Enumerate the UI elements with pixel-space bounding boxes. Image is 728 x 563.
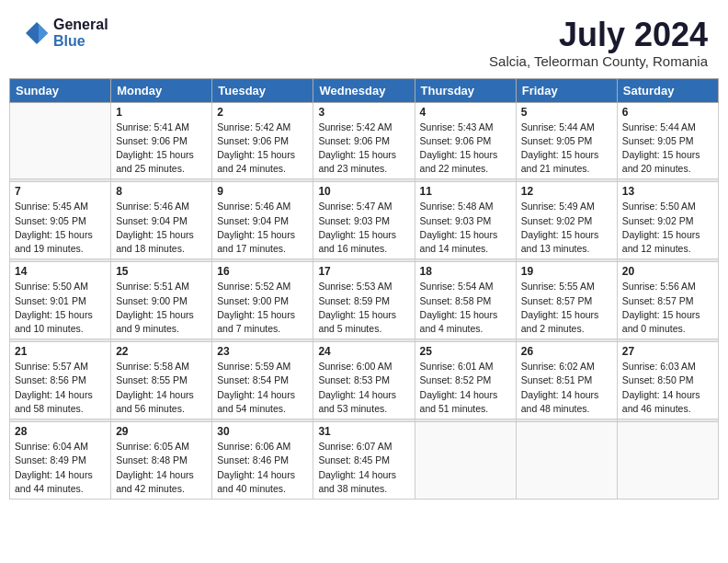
day-number: 19 — [521, 265, 612, 278]
day-number: 2 — [217, 106, 308, 119]
day-of-week-header: Wednesday — [313, 78, 415, 102]
day-info: Sunrise: 5:52 AM Sunset: 9:00 PM Dayligh… — [217, 280, 308, 336]
calendar-cell: 8Sunrise: 5:46 AM Sunset: 9:04 PM Daylig… — [111, 182, 212, 259]
day-info: Sunrise: 5:54 AM Sunset: 8:58 PM Dayligh… — [420, 280, 511, 336]
calendar-cell: 12Sunrise: 5:49 AM Sunset: 9:02 PM Dayli… — [516, 182, 617, 259]
day-info: Sunrise: 5:59 AM Sunset: 8:54 PM Dayligh… — [217, 360, 308, 416]
day-number: 17 — [318, 265, 409, 278]
calendar-cell: 2Sunrise: 5:42 AM Sunset: 9:06 PM Daylig… — [212, 102, 313, 179]
day-info: Sunrise: 5:49 AM Sunset: 9:02 PM Dayligh… — [521, 200, 612, 256]
day-info: Sunrise: 5:56 AM Sunset: 8:57 PM Dayligh… — [622, 280, 713, 336]
day-number: 24 — [318, 345, 409, 358]
day-number: 28 — [15, 425, 106, 438]
day-info: Sunrise: 5:42 AM Sunset: 9:06 PM Dayligh… — [217, 121, 308, 177]
day-info: Sunrise: 5:44 AM Sunset: 9:05 PM Dayligh… — [521, 121, 612, 177]
day-info: Sunrise: 5:46 AM Sunset: 9:04 PM Dayligh… — [217, 200, 308, 256]
day-number: 31 — [318, 425, 409, 438]
day-info: Sunrise: 5:41 AM Sunset: 9:06 PM Dayligh… — [116, 121, 207, 177]
day-number: 15 — [116, 265, 207, 278]
day-info: Sunrise: 5:48 AM Sunset: 9:03 PM Dayligh… — [420, 200, 511, 256]
day-number: 20 — [622, 265, 713, 278]
day-of-week-header: Friday — [516, 78, 617, 102]
calendar-cell: 15Sunrise: 5:51 AM Sunset: 9:00 PM Dayli… — [111, 262, 212, 339]
day-number: 8 — [116, 185, 207, 198]
calendar-cell: 21Sunrise: 5:57 AM Sunset: 8:56 PM Dayli… — [10, 342, 111, 419]
day-info: Sunrise: 6:01 AM Sunset: 8:52 PM Dayligh… — [420, 360, 511, 416]
day-info: Sunrise: 6:04 AM Sunset: 8:49 PM Dayligh… — [15, 440, 106, 496]
day-number: 11 — [420, 185, 511, 198]
calendar-week-row: 7Sunrise: 5:45 AM Sunset: 9:05 PM Daylig… — [10, 182, 719, 259]
day-of-week-header: Saturday — [617, 78, 718, 102]
logo-icon — [20, 20, 50, 46]
day-info: Sunrise: 5:58 AM Sunset: 8:55 PM Dayligh… — [116, 360, 207, 416]
calendar-cell: 16Sunrise: 5:52 AM Sunset: 9:00 PM Dayli… — [212, 262, 313, 339]
day-number: 27 — [622, 345, 713, 358]
calendar-cell: 30Sunrise: 6:06 AM Sunset: 8:46 PM Dayli… — [212, 422, 313, 500]
day-info: Sunrise: 5:44 AM Sunset: 9:05 PM Dayligh… — [622, 121, 713, 177]
calendar-cell: 10Sunrise: 5:47 AM Sunset: 9:03 PM Dayli… — [313, 182, 415, 259]
calendar-cell: 25Sunrise: 6:01 AM Sunset: 8:52 PM Dayli… — [415, 342, 516, 419]
day-number: 3 — [318, 106, 409, 119]
day-of-week-header: Monday — [111, 78, 212, 102]
calendar-cell: 14Sunrise: 5:50 AM Sunset: 9:01 PM Dayli… — [10, 262, 111, 339]
day-of-week-header: Sunday — [10, 78, 111, 102]
calendar-cell: 31Sunrise: 6:07 AM Sunset: 8:45 PM Dayli… — [313, 422, 415, 500]
calendar-week-row: 28Sunrise: 6:04 AM Sunset: 8:49 PM Dayli… — [10, 422, 719, 500]
logo-general: General — [53, 17, 108, 32]
day-number: 6 — [622, 106, 713, 119]
day-info: Sunrise: 5:43 AM Sunset: 9:06 PM Dayligh… — [420, 121, 511, 177]
calendar-cell: 28Sunrise: 6:04 AM Sunset: 8:49 PM Dayli… — [10, 422, 111, 500]
day-number: 23 — [217, 345, 308, 358]
day-number: 7 — [15, 185, 106, 198]
day-info: Sunrise: 5:47 AM Sunset: 9:03 PM Dayligh… — [318, 200, 409, 256]
location-title: Salcia, Teleorman County, Romania — [489, 53, 708, 69]
calendar-cell: 19Sunrise: 5:55 AM Sunset: 8:57 PM Dayli… — [516, 262, 617, 339]
calendar-week-row: 21Sunrise: 5:57 AM Sunset: 8:56 PM Dayli… — [10, 342, 719, 419]
calendar-cell: 4Sunrise: 5:43 AM Sunset: 9:06 PM Daylig… — [415, 102, 516, 179]
calendar-cell: 5Sunrise: 5:44 AM Sunset: 9:05 PM Daylig… — [516, 102, 617, 179]
day-info: Sunrise: 5:46 AM Sunset: 9:04 PM Dayligh… — [116, 200, 207, 256]
calendar-cell: 23Sunrise: 5:59 AM Sunset: 8:54 PM Dayli… — [212, 342, 313, 419]
calendar-cell: 24Sunrise: 6:00 AM Sunset: 8:53 PM Dayli… — [313, 342, 415, 419]
calendar-cell: 9Sunrise: 5:46 AM Sunset: 9:04 PM Daylig… — [212, 182, 313, 259]
day-number: 22 — [116, 345, 207, 358]
logo: General Blue — [20, 17, 108, 50]
day-number: 16 — [217, 265, 308, 278]
day-number: 30 — [217, 425, 308, 438]
calendar-cell: 7Sunrise: 5:45 AM Sunset: 9:05 PM Daylig… — [10, 182, 111, 259]
calendar-week-row: 1Sunrise: 5:41 AM Sunset: 9:06 PM Daylig… — [10, 102, 719, 179]
title-block: July 2024 Salcia, Teleorman County, Roma… — [489, 17, 708, 69]
day-number: 10 — [318, 185, 409, 198]
page-header: General Blue July 2024 Salcia, Teleorman… — [9, 9, 719, 73]
day-info: Sunrise: 5:55 AM Sunset: 8:57 PM Dayligh… — [521, 280, 612, 336]
day-info: Sunrise: 5:51 AM Sunset: 9:00 PM Dayligh… — [116, 280, 207, 336]
day-number: 4 — [420, 106, 511, 119]
day-number: 26 — [521, 345, 612, 358]
day-info: Sunrise: 5:50 AM Sunset: 9:02 PM Dayligh… — [622, 200, 713, 256]
day-number: 9 — [217, 185, 308, 198]
day-info: Sunrise: 5:45 AM Sunset: 9:05 PM Dayligh… — [15, 200, 106, 256]
day-info: Sunrise: 5:50 AM Sunset: 9:01 PM Dayligh… — [15, 280, 106, 336]
calendar-cell — [617, 422, 718, 500]
day-number: 25 — [420, 345, 511, 358]
calendar-cell: 26Sunrise: 6:02 AM Sunset: 8:51 PM Dayli… — [516, 342, 617, 419]
day-number: 13 — [622, 185, 713, 198]
svg-marker-1 — [39, 24, 48, 42]
day-of-week-header: Tuesday — [212, 78, 313, 102]
calendar-cell — [516, 422, 617, 500]
calendar-cell — [415, 422, 516, 500]
logo-blue: Blue — [53, 33, 85, 49]
day-info: Sunrise: 5:53 AM Sunset: 8:59 PM Dayligh… — [318, 280, 409, 336]
day-info: Sunrise: 5:42 AM Sunset: 9:06 PM Dayligh… — [318, 121, 409, 177]
calendar-cell: 1Sunrise: 5:41 AM Sunset: 9:06 PM Daylig… — [111, 102, 212, 179]
calendar-header-row: SundayMondayTuesdayWednesdayThursdayFrid… — [10, 78, 719, 102]
calendar-cell: 6Sunrise: 5:44 AM Sunset: 9:05 PM Daylig… — [617, 102, 718, 179]
day-info: Sunrise: 6:03 AM Sunset: 8:50 PM Dayligh… — [622, 360, 713, 416]
calendar-cell: 11Sunrise: 5:48 AM Sunset: 9:03 PM Dayli… — [415, 182, 516, 259]
day-number: 29 — [116, 425, 207, 438]
day-number: 5 — [521, 106, 612, 119]
day-number: 21 — [15, 345, 106, 358]
month-title: July 2024 — [489, 17, 708, 53]
calendar-cell: 3Sunrise: 5:42 AM Sunset: 9:06 PM Daylig… — [313, 102, 415, 179]
calendar-cell: 18Sunrise: 5:54 AM Sunset: 8:58 PM Dayli… — [415, 262, 516, 339]
